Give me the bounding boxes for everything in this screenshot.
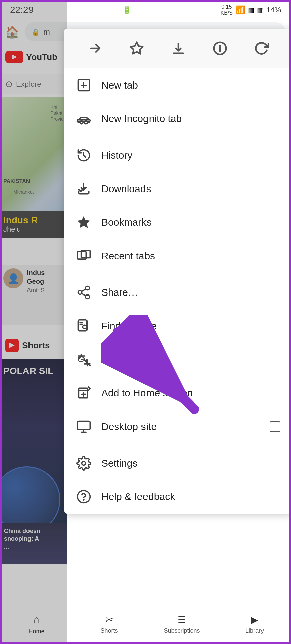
- svg-marker-13: [78, 216, 90, 228]
- downloads-label: Downloads: [101, 183, 280, 195]
- battery-percent: 14%: [266, 6, 281, 14]
- search-doc-icon: [76, 319, 91, 333]
- monitor-icon: [76, 419, 91, 434]
- battery-icon: 🔋: [122, 6, 131, 14]
- add-to-home-icon: [76, 386, 91, 400]
- settings-icon: [76, 456, 91, 471]
- new-incognito-label: New Incognito tab: [101, 113, 280, 124]
- downloads-icon: [76, 181, 91, 196]
- new-incognito-tab-item[interactable]: New Incognito tab: [64, 102, 291, 136]
- share-nodes-icon: [76, 285, 91, 300]
- question-circle-icon: [76, 489, 91, 504]
- svg-rect-33: [79, 388, 88, 398]
- bookmarks-item[interactable]: Bookmarks: [64, 206, 291, 239]
- kb-speed: 0.15 KB/S: [220, 4, 232, 16]
- new-tab-icon: [76, 78, 91, 93]
- incognito-icon: [76, 111, 91, 126]
- desktop-site-item[interactable]: Desktop site: [64, 410, 291, 443]
- settings-item[interactable]: Settings: [64, 446, 291, 480]
- settings-label: Settings: [101, 458, 280, 469]
- info-button[interactable]: [208, 37, 232, 60]
- history-item[interactable]: History: [64, 139, 291, 172]
- nav-shorts[interactable]: ✂ Shorts: [73, 614, 146, 634]
- wifi-icon: 📶: [235, 5, 245, 15]
- nav-library[interactable]: ▶ Library: [218, 614, 291, 634]
- star-icon: [129, 41, 144, 56]
- svg-line-31: [87, 360, 88, 366]
- translate-g-icon: G T: [76, 352, 91, 367]
- reload-button[interactable]: [250, 37, 273, 60]
- shorts-nav-label: Shorts: [100, 627, 118, 634]
- find-in-page-icon: [76, 319, 91, 333]
- history-label: History: [101, 150, 280, 161]
- library-nav-label: Library: [245, 627, 264, 634]
- info-icon: [213, 41, 227, 56]
- downloads-item[interactable]: Downloads: [64, 172, 291, 206]
- find-in-page-item[interactable]: Find in page: [64, 309, 291, 343]
- new-tab-item[interactable]: New tab: [64, 68, 291, 102]
- plus-square-icon: [76, 78, 91, 93]
- history-icon: [76, 148, 91, 163]
- svg-line-20: [82, 289, 86, 291]
- share-item[interactable]: Share…: [64, 276, 291, 309]
- help-icon: [76, 489, 91, 504]
- svg-rect-35: [78, 421, 90, 430]
- sim-icon2: ▦: [257, 6, 264, 14]
- share-label: Share…: [101, 287, 280, 298]
- download-tray-icon: [76, 181, 91, 196]
- chrome-menu: New tab New Incognito tab: [64, 29, 291, 514]
- library-nav-icon: ▶: [251, 614, 258, 625]
- svg-point-38: [82, 462, 86, 465]
- divider-3: [64, 445, 291, 445]
- bookmarks-icon: [76, 215, 91, 230]
- status-icons: 0.15 KB/S 📶 ▦ ▦ 14%: [220, 4, 281, 16]
- svg-marker-0: [131, 42, 143, 54]
- forward-icon: [88, 41, 103, 56]
- menu-toolbar: [64, 29, 291, 68]
- divider-2: [64, 274, 291, 274]
- recent-tabs-icon: [76, 249, 91, 263]
- tablet-tabs-icon: [76, 249, 91, 263]
- svg-line-19: [82, 293, 86, 296]
- download-button[interactable]: [167, 37, 190, 60]
- sim-icon1: ▦: [248, 6, 254, 14]
- desktop-site-label: Desktop site: [101, 421, 259, 432]
- translate-item[interactable]: G T Translate…: [64, 343, 291, 376]
- subscriptions-nav-label: Subscriptions: [164, 627, 200, 634]
- reload-icon: [254, 41, 269, 56]
- recent-tabs-label: Recent tabs: [101, 250, 280, 262]
- page-overlay: [0, 0, 67, 644]
- find-in-page-label: Find in page: [101, 320, 280, 332]
- divider-1: [64, 137, 291, 137]
- add-to-home-label: Add to Home screen: [101, 387, 280, 399]
- add-home-icon: [76, 386, 91, 400]
- nav-subscriptions[interactable]: ☰ Subscriptions: [146, 614, 218, 634]
- shorts-nav-icon: ✂: [105, 614, 113, 625]
- help-feedback-label: Help & feedback: [101, 491, 280, 502]
- bookmark-button[interactable]: [125, 37, 149, 60]
- incognito-hat-icon: [76, 111, 91, 126]
- translate-label: Translate…: [101, 354, 280, 365]
- recent-tabs-item[interactable]: Recent tabs: [64, 239, 291, 273]
- desktop-site-checkbox[interactable]: [270, 421, 280, 432]
- help-feedback-item[interactable]: Help & feedback: [64, 480, 291, 514]
- translate-icon: G T: [76, 352, 91, 367]
- download-icon: [171, 41, 186, 56]
- add-to-home-item[interactable]: Add to Home screen: [64, 376, 291, 410]
- clock-rotate-icon: [76, 148, 91, 163]
- new-tab-label: New tab: [101, 79, 280, 91]
- gear-icon: [76, 456, 91, 471]
- share-icon: [76, 285, 91, 300]
- desktop-site-icon: [76, 419, 91, 434]
- forward-button[interactable]: [83, 37, 107, 60]
- bookmarks-label: Bookmarks: [101, 217, 280, 228]
- star-filled-icon: [76, 215, 91, 230]
- subscriptions-nav-icon: ☰: [178, 614, 186, 625]
